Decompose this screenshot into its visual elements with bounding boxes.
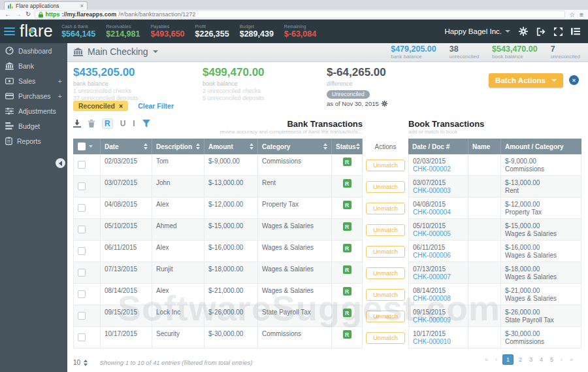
doc-number-link[interactable]: CHK-000006 xyxy=(413,252,464,260)
sort-icon[interactable] xyxy=(250,143,253,150)
chip-close-icon[interactable]: × xyxy=(119,102,123,110)
bank-date-cell: 06/11/2015 xyxy=(101,241,152,262)
gear-mini-icon[interactable] xyxy=(382,101,387,107)
col-description[interactable]: Description xyxy=(152,139,204,154)
bank-category-cell: Wages & Salaries xyxy=(258,219,332,241)
unmatch-button[interactable]: Unmatch xyxy=(366,181,405,193)
doc-number-link[interactable]: CHK-000010 xyxy=(413,338,464,346)
row-checkbox[interactable] xyxy=(78,269,86,277)
sidebar-item-dashboard[interactable]: Dashboard xyxy=(0,43,67,58)
expand-plus-icon[interactable]: + xyxy=(58,77,62,85)
sort-icon[interactable] xyxy=(144,143,148,150)
unmatch-button[interactable]: Unmatch xyxy=(366,289,405,301)
sidebar-item-reports[interactable]: Reports xyxy=(0,133,67,148)
page-3[interactable]: 3 xyxy=(527,354,534,365)
book-amount-category-cell: $-18,000.00 Wages & Salaries xyxy=(501,262,581,284)
fullscreen-icon[interactable] xyxy=(554,27,563,36)
filter-chip-reconciled[interactable]: Reconciled × xyxy=(73,101,128,111)
doc-number-link[interactable]: CHK-000004 xyxy=(413,209,464,216)
tab-close-icon[interactable]: × xyxy=(80,3,84,9)
page-last[interactable]: » xyxy=(568,354,575,365)
expand-plus-icon[interactable]: + xyxy=(58,92,62,100)
spinner-icon[interactable] xyxy=(84,360,88,366)
book-category: Commissions xyxy=(505,165,577,173)
page-5[interactable]: 5 xyxy=(548,354,555,365)
unmatch-button[interactable]: Unmatch xyxy=(366,267,405,279)
browser-menu-icon[interactable]: ≡ xyxy=(580,11,583,18)
row-checkbox[interactable] xyxy=(78,161,86,169)
page-next[interactable]: › xyxy=(559,354,564,365)
unmatch-button[interactable]: Unmatch xyxy=(366,160,405,171)
col-date[interactable]: Date xyxy=(101,139,152,154)
sidebar-item-budget[interactable]: Budget xyxy=(0,118,67,133)
sign-out-icon[interactable] xyxy=(536,27,546,36)
sidebar-item-adjustments[interactable]: Adjustments xyxy=(0,103,67,118)
sort-icon[interactable] xyxy=(356,143,360,150)
flare-logo[interactable]: flare xyxy=(20,22,53,41)
doc-number-link[interactable]: CHK-000005 xyxy=(413,230,464,238)
select-all-checkbox[interactable] xyxy=(78,143,86,150)
panel-toggle-icon[interactable] xyxy=(571,27,580,35)
row-checkbox[interactable] xyxy=(78,333,86,341)
book-date-doc-cell: 07/13/2015 CHK-000007 xyxy=(408,262,468,284)
doc-number-link[interactable]: CHK-000002 xyxy=(413,165,464,173)
batch-actions-button[interactable]: Batch Actions xyxy=(489,73,563,88)
close-panel-button[interactable]: × xyxy=(569,75,579,85)
sort-icon[interactable] xyxy=(196,143,200,150)
address-bar[interactable]: https://my.flareapps.com/#/bank/banktran… xyxy=(35,10,565,18)
sidebar-collapse-button[interactable] xyxy=(56,158,65,168)
favicon-icon xyxy=(8,3,13,8)
refresh-icon[interactable]: ↻ xyxy=(25,11,31,18)
col-amount[interactable]: Amount xyxy=(204,139,258,154)
bookmark-star-icon[interactable]: ☆ xyxy=(569,11,575,18)
transaction-row: 08/14/2015 Alex $-21,000.00 Wages & Sala… xyxy=(73,284,581,305)
sidebar-item-bank[interactable]: Bank xyxy=(0,58,67,73)
doc-number-link[interactable]: CHK-000003 xyxy=(413,187,464,195)
actions-cell: Unmatch xyxy=(363,305,408,327)
page-size-selector[interactable]: 10 xyxy=(73,359,88,366)
unmatch-button[interactable]: Unmatch xyxy=(366,203,405,214)
clear-filter-link[interactable]: Clear Filter xyxy=(138,102,174,110)
row-checkbox[interactable] xyxy=(78,247,86,255)
row-checkbox[interactable] xyxy=(78,204,86,212)
company-menu[interactable]: Happy Bagel Inc. xyxy=(444,27,510,35)
unmatch-button[interactable]: Unmatch xyxy=(366,224,405,236)
row-checkbox[interactable] xyxy=(78,312,86,320)
book-date: 07/13/2015 xyxy=(413,265,464,273)
unreconciled-badge: Unreconciled xyxy=(327,90,370,99)
doc-number-link[interactable]: CHK-000009 xyxy=(413,316,464,324)
page-2[interactable]: 2 xyxy=(517,354,524,365)
col-category[interactable]: Category xyxy=(258,139,332,154)
row-select-cell xyxy=(73,305,101,327)
col-status[interactable]: Status xyxy=(332,139,363,154)
account-selector[interactable]: Main Checking xyxy=(73,46,158,57)
page-1[interactable]: 1 xyxy=(502,354,514,365)
chevron-down-icon[interactable] xyxy=(89,145,93,148)
col-name[interactable]: Name xyxy=(468,139,501,154)
doc-number-link[interactable]: CHK-000008 xyxy=(413,295,464,303)
summary-bank-balance: $435,205.00 bank balance 1 unreconciled … xyxy=(73,66,139,101)
doc-number-link[interactable]: CHK-000007 xyxy=(413,273,464,281)
page-4[interactable]: 4 xyxy=(538,354,545,365)
page-first[interactable]: « xyxy=(483,354,490,365)
sidebar-item-purchases[interactable]: Purchases + xyxy=(0,88,67,103)
row-checkbox[interactable] xyxy=(78,182,86,190)
settings-gear-icon[interactable] xyxy=(519,27,528,36)
sidebar-item-sales[interactable]: Sales + xyxy=(0,73,67,88)
book-date-doc-cell: 10/17/2015 CHK-000010 xyxy=(408,327,468,348)
select-all-header[interactable] xyxy=(73,139,101,154)
row-checkbox[interactable] xyxy=(78,226,86,233)
col-amount-category[interactable]: Amount / Category xyxy=(501,139,581,154)
page-prev[interactable]: ‹ xyxy=(493,354,499,365)
sidebar-toggle-icon[interactable] xyxy=(0,25,18,37)
forward-icon[interactable]: → xyxy=(15,11,22,18)
unmatch-button[interactable]: Unmatch xyxy=(366,311,405,322)
row-checkbox[interactable] xyxy=(78,290,86,298)
stat-profit: Profit $226,355 xyxy=(195,24,229,39)
unmatch-button[interactable]: Unmatch xyxy=(366,246,405,258)
browser-tab[interactable]: Flare applications × xyxy=(4,1,88,10)
unmatch-button[interactable]: Unmatch xyxy=(366,332,405,344)
sort-icon[interactable] xyxy=(323,143,327,150)
col-date-doc[interactable]: Date / Doc # xyxy=(408,139,468,154)
back-icon[interactable]: ← xyxy=(5,11,11,18)
